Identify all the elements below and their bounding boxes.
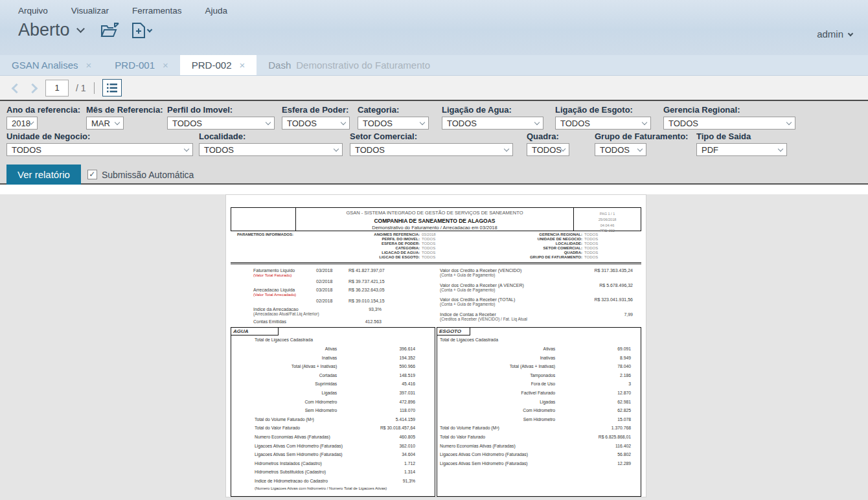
row-label: Suprimidas (231, 381, 337, 386)
table-row: Ativas 69.091 (437, 347, 641, 356)
row-value: 62.825 (555, 408, 641, 413)
table-row: Total do Valor Faturado R$ 30.018.457,64 (231, 426, 435, 435)
menu-item[interactable]: Ferramentas (132, 6, 182, 16)
menu-item[interactable]: Visualizar (71, 6, 109, 16)
row-value: 15.078 (555, 417, 641, 422)
row-label: Ligacoes Ativas Sem Hidrometro (Faturada… (437, 461, 528, 466)
row-label: Tamponados (437, 373, 555, 378)
summary-sublabel-red: (Valor Total Arrecadado) (253, 292, 316, 297)
table-row: Numero Economias Ativas (Faturadas) 116.… (437, 444, 641, 453)
summary-label: Indice da Arrecadacao (253, 307, 316, 312)
param-key: ESFERA DE PODER: (310, 242, 420, 246)
filter-select[interactable]: TODOS (527, 143, 569, 156)
summary-label: Valor dos Credito a Receber (VENCIDO) (440, 268, 562, 273)
row-value: 396.614 (337, 347, 435, 351)
row-label: Sem Hidrometro (437, 417, 555, 422)
chevron-left-icon[interactable] (8, 81, 22, 95)
filter-select[interactable]: TODOS (282, 117, 350, 130)
report-viewer: GSAN - SISTEMA INTEGRADO DE GESTÃO DE SE… (0, 194, 868, 500)
param-key: ANO/MES REFERENCIA: (310, 233, 420, 237)
user-menu[interactable]: admin (817, 28, 852, 40)
table-row: Factivel Faturado 12.870 (437, 391, 641, 400)
param-key: PERFIL DO IMOVEL: (310, 237, 420, 242)
row-value: 78.040 (555, 364, 641, 369)
report-page-info: PAG 1 / 125/06/201804:04:46PRD-002 (574, 208, 641, 231)
sewage-rows: Total de Ligacoes Cadastrada Ativas 69.0… (437, 337, 641, 470)
table-row: Total do Volume Faturado (M³) 5.414.159 (231, 417, 435, 426)
table-row: Ligacoes Ativas Sem Hidrometro (Faturada… (437, 461, 641, 470)
selected-value: TODOS (12, 145, 41, 155)
filter-select[interactable]: TODOS (167, 117, 275, 130)
table-row: Hidrometros Instalados (Cadastro) 1.712 (231, 461, 435, 470)
row-label: Sem Hidrometro (231, 408, 337, 413)
param-value: TODOS (422, 242, 453, 246)
panel-gap (0, 185, 868, 194)
open-folder-icon[interactable] (100, 22, 120, 39)
filter-label: Ano da referencia: (6, 105, 83, 115)
summary-row: Valor dos Credito a Receber (A VENCER) (… (440, 283, 633, 292)
filter-select[interactable]: TODOS (595, 143, 646, 156)
filter-item: Ligação de Esgoto: TODOS (555, 105, 660, 130)
chevron-down-icon (642, 120, 647, 125)
summary-row: Arrecadacao Liquida (Valor Total Arrecad… (253, 288, 418, 297)
menu-item[interactable]: Ajuda (205, 6, 228, 16)
list-view-icon[interactable] (102, 79, 122, 97)
filter-select[interactable]: PDF (696, 143, 787, 156)
report-company-title: COMPANHIA DE SANEAMENTO DE ALAGOAS (296, 217, 573, 225)
filter-item: Unidade de Negocio: TODOS (6, 131, 196, 156)
row-value: 3 (555, 381, 641, 386)
filter-select[interactable]: TODOS (442, 117, 543, 130)
filter-select[interactable]: MAR (86, 117, 124, 130)
filter-select[interactable]: 2018 (6, 117, 38, 130)
chevron-down-icon (266, 120, 271, 125)
row-label: Total do Valor Faturado (231, 426, 300, 430)
page-number-input[interactable] (45, 80, 69, 97)
filter-select[interactable]: TODOS (555, 117, 651, 130)
chevron-right-icon[interactable] (27, 81, 41, 95)
filter-item: Categoria: TODOS (358, 105, 439, 130)
report-system-title: GSAN - SISTEMA INTEGRADO DE GESTÃO DE SE… (296, 210, 573, 217)
filter-row-1: Ano da referencia: 2018 Mês de Referenci… (6, 105, 862, 130)
tab-label: PRD-002 (192, 60, 232, 71)
auto-submit-checkbox[interactable]: ✓ (87, 170, 97, 179)
filter-select[interactable]: TODOS (358, 117, 429, 130)
filter-select[interactable]: TODOS (663, 117, 795, 130)
table-row: Total do Volume Faturado (M³) 1.370.768 (437, 426, 641, 435)
table-row: Sem Hidrometro 15.078 (437, 417, 641, 426)
filter-label: Grupo de Faturamento: (595, 131, 693, 141)
filter-select[interactable]: TODOS (199, 143, 343, 156)
close-icon[interactable]: × (239, 60, 245, 70)
chevron-down-icon (334, 146, 339, 152)
tab-prd-001[interactable]: PRD-001 × (103, 55, 179, 75)
chevron-down-icon (778, 146, 783, 152)
new-file-icon[interactable] (131, 22, 152, 39)
filter-item: Gerencia Regional: TODOS (663, 105, 796, 130)
filter-label: Perfil do Imovel: (167, 105, 279, 115)
filter-select[interactable]: TODOS (6, 143, 193, 156)
water-rows: Total de Ligacoes Cadastrada Ativas 396.… (231, 337, 435, 490)
tab-dash[interactable]: Dash (257, 55, 293, 75)
chevron-down-icon (504, 146, 509, 152)
page-total: / 1 (76, 83, 86, 93)
tab-prd-002[interactable]: PRD-002 × (180, 55, 257, 75)
menu-bar: ArquivoVisualizarFerramentasAjuda (18, 0, 868, 16)
summary-value: 93,3% (348, 307, 418, 316)
filter-label: Quadra: (527, 131, 591, 141)
table-row: Com Hidrometro 62.825 (437, 408, 641, 417)
open-dropdown[interactable]: Aberto (18, 20, 84, 40)
close-icon[interactable]: × (163, 60, 168, 70)
param-key: SETOR COMERCIAL: (472, 246, 582, 251)
filter-select[interactable]: TODOS (350, 143, 513, 156)
row-value: 590.966 (337, 364, 435, 369)
selected-value: TODOS (447, 119, 477, 128)
menu-item[interactable]: Arquivo (18, 6, 48, 16)
report-title-cell: GSAN - SISTEMA INTEGRADO DE GESTÃO DE SE… (296, 208, 574, 231)
param-key: UNIDADE DE NEGOCIO: (472, 237, 582, 242)
filter-label: Gerencia Regional: (663, 105, 796, 115)
view-report-button[interactable]: Ver relatório (6, 165, 81, 185)
close-icon[interactable]: × (86, 60, 92, 70)
selected-value: TODOS (355, 145, 385, 155)
summary-period: 03/2018 (316, 288, 348, 297)
tab-gsan-analises[interactable]: GSAN Analises × (0, 55, 103, 75)
filter-item: Setor Comercial: TODOS (350, 131, 523, 156)
